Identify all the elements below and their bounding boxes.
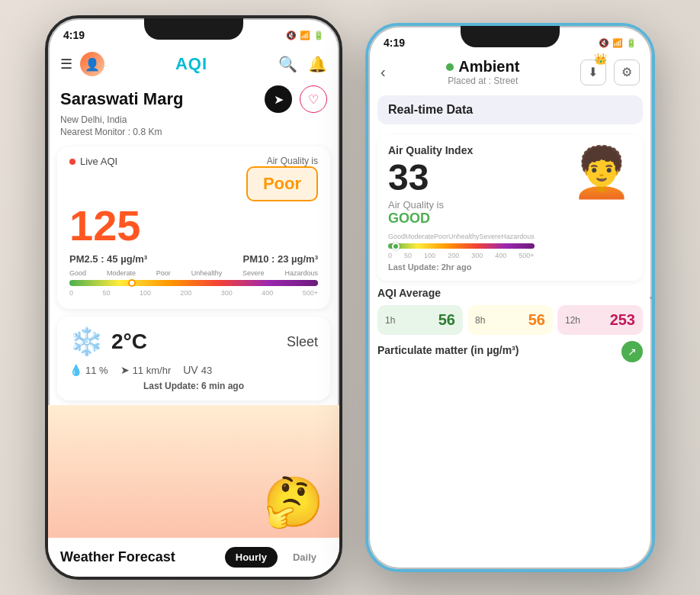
weather-main: ❄️ 2°C Sleet	[69, 326, 318, 358]
humidity-value: 11 %	[85, 365, 108, 376]
aqi-quality-badge: Poor	[246, 166, 318, 201]
forecast-bar: Weather Forecast Hourly Daily	[48, 538, 339, 577]
humidity-detail: 💧 11 %	[69, 364, 108, 376]
uv-detail: UV 43	[183, 364, 212, 376]
last-update-time-right: 2hr ago	[442, 262, 472, 272]
pm-header: Particulate matter (in µg/m³) ↗	[377, 341, 643, 362]
scale-right: Good Moderate Poor Unhealthy Severe Haza…	[388, 233, 535, 259]
wifi-icon-r: 📶	[612, 38, 623, 48]
pm-section: Particulate matter (in µg/m³) ↗	[377, 341, 643, 362]
air-quality-label-right: Air Quality is Poor	[246, 156, 318, 201]
location-icons: ➤ ♡	[265, 85, 327, 113]
scale-bar-right	[388, 243, 535, 249]
battery-icon-r: 🔋	[626, 38, 637, 48]
ambient-header: ‹ Ambient Placed at : Street 👑 ⬇ ⚙	[368, 53, 652, 91]
phone-content-right: ‹ Ambient Placed at : Street 👑 ⬇ ⚙	[368, 53, 652, 569]
favorite-button[interactable]: ♡	[300, 85, 327, 113]
weather-details: 💧 11 % ➤ 11 km/hr UV 43	[69, 364, 318, 376]
back-button[interactable]: ‹	[381, 63, 386, 81]
aqi-number-right: 33	[388, 159, 535, 196]
wifi-icon: 📶	[300, 31, 310, 40]
notch-left	[144, 18, 243, 40]
location-city: New Delhi, India	[60, 114, 327, 125]
time-left: 4:19	[63, 29, 85, 41]
last-update-time: 6 min ago	[201, 381, 244, 391]
avg-value-1h: 56	[438, 311, 455, 329]
pm-link-button[interactable]: ↗	[621, 341, 643, 362]
pm10-value: PM10 : 23 µg/m³	[242, 253, 318, 265]
phone-content-left: ☰ 👤 AQI 🔍 🔔 Saraswati Marg ➤ ♡	[48, 46, 339, 577]
app-header-left: ☰ 👤 AQI 🔍 🔔	[48, 46, 339, 82]
scale-indicator-right	[392, 243, 400, 250]
humidity-icon: 💧	[69, 364, 82, 376]
ambient-subtitle: Placed at : Street	[446, 76, 519, 86]
menu-icon[interactable]: ☰	[60, 56, 72, 72]
weather-temp: ❄️ 2°C	[69, 326, 147, 358]
avg-period-12h: 12h	[565, 315, 580, 326]
weather-icon: ❄️	[69, 326, 104, 358]
ambient-title: Ambient	[458, 58, 519, 76]
avg-value-12h: 253	[610, 311, 635, 329]
aqi-detail-left: Air Quality Index 33 Air Quality is GOOD…	[388, 144, 535, 272]
scale-numbers: 0 50 100 200 300 400 500+	[69, 289, 318, 297]
tab-hourly[interactable]: Hourly	[225, 547, 278, 568]
realtime-title: Real-time Data	[388, 103, 473, 116]
live-dot	[69, 159, 75, 165]
aqi-detail-section: Air Quality Index 33 Air Quality is GOOD…	[377, 135, 643, 281]
phone-left: 4:19 🔇 📶 🔋 ☰ 👤 AQI 🔍 🔔	[45, 15, 342, 580]
weather-condition: Sleet	[287, 334, 318, 350]
battery-icon: 🔋	[313, 31, 324, 40]
ambient-center: Ambient Placed at : Street	[446, 58, 519, 86]
aqi-scale-left: Good Moderate Poor Unhealthy Severe Haza…	[69, 269, 318, 297]
aqi-avg-cards: 1h 56 8h 56 12h 253	[377, 305, 643, 335]
aqi-index-label: Air Quality Index	[388, 144, 535, 156]
temperature-value: 2°C	[111, 330, 147, 354]
avatar[interactable]: 👤	[80, 52, 104, 76]
last-update-right: Last Update: 2hr ago	[388, 262, 535, 272]
pm-row: PM2.5 : 45 µg/m³ PM10 : 23 µg/m³	[69, 253, 318, 265]
aqi-top-row: Live AQI Air Quality is Poor	[69, 156, 318, 201]
location-name: Saraswati Marg	[60, 89, 183, 109]
search-icon[interactable]: 🔍	[278, 55, 297, 73]
pm-title: Particulate matter (in µg/m³)	[377, 344, 519, 356]
scene: 4:19 🔇 📶 🔋 ☰ 👤 AQI 🔍 🔔	[0, 0, 700, 595]
avg-period-1h: 1h	[385, 315, 395, 326]
settings-button[interactable]: ⚙	[614, 60, 640, 85]
phone-right: 4:19 🔇 📶 🔋 ‹ Ambient Placed at : Street	[365, 23, 655, 572]
wind-value: 11 km/hr	[133, 365, 172, 376]
aqi-card-left: Live AQI Air Quality is Poor 125 PM2.5 :…	[57, 146, 330, 309]
bell-icon[interactable]: 🔔	[308, 55, 327, 73]
uv-label: UV	[183, 364, 197, 376]
scale-numbers-right: 0 50 100 200 300 400 500+	[388, 252, 535, 259]
avg-period-8h: 8h	[475, 315, 485, 326]
crown-icon: 👑	[594, 53, 607, 65]
avg-card-1h: 1h 56	[377, 305, 463, 335]
forecast-tabs: Hourly Daily	[225, 547, 327, 568]
aqi-avg-section: AQI Average 1h 56 8h 56 12h 253	[377, 287, 643, 335]
navigate-button[interactable]: ➤	[265, 85, 292, 113]
scale-bar-left	[69, 280, 318, 286]
avg-card-12h: 12h 253	[557, 305, 643, 335]
weather-card-left: ❄️ 2°C Sleet 💧 11 % ➤ 11 km/hr UV	[57, 317, 330, 400]
status-icons-left: 🔇 📶 🔋	[286, 31, 324, 40]
scale-labels: Good Moderate Poor Unhealthy Severe Haza…	[69, 269, 318, 277]
app-logo: AQI	[175, 54, 207, 74]
download-button[interactable]: 👑 ⬇	[580, 60, 606, 85]
scale-indicator-left	[128, 279, 136, 287]
tab-daily[interactable]: Daily	[282, 547, 327, 568]
character-illustration: 🤔	[263, 474, 324, 531]
location-section: Saraswati Marg ➤ ♡ New Delhi, India Near…	[48, 82, 339, 143]
location-monitor: Nearest Monitor : 0.8 Km	[60, 127, 327, 137]
avg-value-8h: 56	[528, 311, 545, 329]
aqi-avg-title: AQI Average	[377, 287, 643, 299]
live-aqi-label: Live AQI	[69, 156, 117, 167]
wind-icon: ➤	[120, 364, 130, 376]
header-left: ☰ 👤	[60, 52, 104, 76]
uv-value: 43	[201, 365, 212, 376]
notch-right	[461, 26, 560, 47]
last-update: Last Update: 6 min ago	[69, 381, 318, 391]
illustration-area: 🤔 Weather Forecast Hourly Daily	[48, 405, 339, 577]
location-row: Saraswati Marg ➤ ♡	[60, 85, 327, 113]
ambient-actions: 👑 ⬇ ⚙	[580, 60, 640, 85]
pm25-value: PM2.5 : 45 µg/m³	[69, 253, 147, 265]
